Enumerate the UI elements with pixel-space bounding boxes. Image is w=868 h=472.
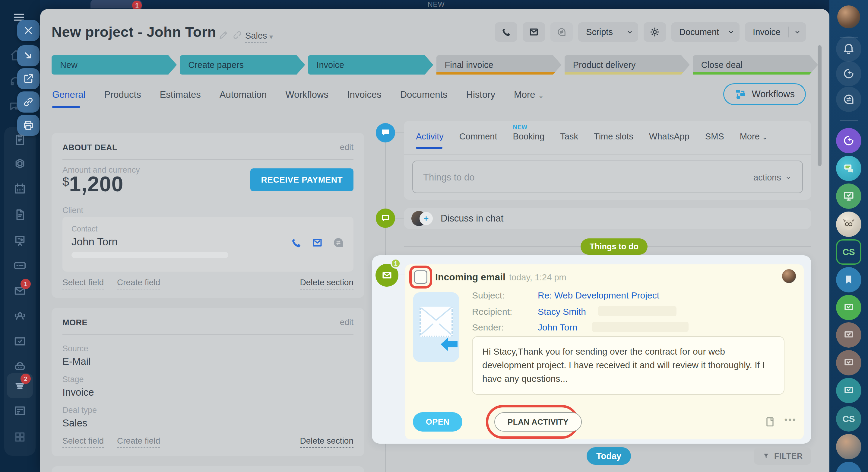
delete-section-link[interactable]: Delete section: [300, 436, 353, 448]
task-check-icon[interactable]: [13, 334, 27, 348]
tab-automation[interactable]: Automation: [220, 89, 267, 108]
more-options-icon[interactable]: •••: [784, 415, 797, 425]
cat-bot-avatar[interactable]: [836, 211, 861, 237]
cs-integration-badge[interactable]: CS: [836, 239, 861, 265]
ai-assistant-button[interactable]: [836, 61, 861, 86]
tab-products[interactable]: Products: [104, 89, 141, 108]
add-participant-icon[interactable]: [420, 212, 433, 225]
discuss-in-chat[interactable]: Discuss in chat: [404, 208, 811, 229]
chat-button[interactable]: [550, 22, 573, 42]
partial-avatar[interactable]: [836, 462, 861, 472]
clipboard-icon[interactable]: [13, 133, 27, 147]
chat-exchange-button[interactable]: [836, 87, 861, 112]
tab-documents[interactable]: Documents: [400, 89, 447, 108]
select-field-link[interactable]: Select field: [62, 436, 104, 448]
hexagon-icon[interactable]: [13, 157, 27, 171]
invoice-chevron-icon[interactable]: [789, 28, 806, 36]
bookmark-button[interactable]: [836, 267, 861, 292]
tab-booking[interactable]: NEWBooking: [513, 131, 545, 149]
tab-task[interactable]: Task: [560, 131, 578, 149]
receive-payment-button[interactable]: RECEIVE PAYMENT: [250, 168, 353, 191]
email-button[interactable]: [523, 22, 545, 42]
contact-call-icon[interactable]: [290, 237, 302, 249]
tab-general[interactable]: General: [52, 89, 85, 108]
tab-history[interactable]: History: [466, 89, 495, 108]
create-field-link[interactable]: Create field: [117, 278, 160, 289]
tab-workflows[interactable]: Workflows: [286, 89, 329, 108]
kanban-icon[interactable]: [13, 404, 27, 418]
messenger-integration-button[interactable]: [836, 156, 861, 181]
left-sidebar: 1 2: [0, 0, 40, 472]
today-badge[interactable]: Today: [587, 447, 631, 465]
stage-new[interactable]: New: [52, 55, 177, 75]
close-panel-button[interactable]: [17, 20, 39, 41]
scripts-button[interactable]: Scripts: [578, 22, 638, 42]
notifications-bell-button[interactable]: [836, 36, 861, 62]
scrollbar-thumb[interactable]: [818, 45, 822, 166]
presentation-icon[interactable]: [13, 234, 27, 247]
link-icon[interactable]: [232, 30, 243, 40]
calendar-icon[interactable]: [13, 182, 27, 196]
grid-icon[interactable]: [13, 430, 27, 444]
stage-create-papers[interactable]: Create papers: [180, 55, 305, 75]
tab-comment[interactable]: Comment: [459, 131, 497, 149]
monitor-check-button-4[interactable]: [836, 378, 861, 403]
select-field-link[interactable]: Select field: [62, 278, 104, 289]
robot-icon[interactable]: [13, 359, 27, 373]
copy-link-button[interactable]: [17, 91, 39, 113]
tab-more[interactable]: More⌄: [514, 89, 544, 108]
contact-email-icon[interactable]: [311, 237, 323, 249]
stage-close-deal[interactable]: Close deal: [693, 55, 818, 75]
tab-sms[interactable]: SMS: [705, 131, 724, 149]
contact-chat-icon[interactable]: [332, 237, 344, 249]
task-monitor-button[interactable]: [836, 183, 861, 209]
delete-section-link[interactable]: Delete section: [300, 278, 353, 289]
note-icon[interactable]: [764, 415, 776, 429]
subject-value[interactable]: Re: Web Development Project: [538, 290, 659, 301]
user-avatar[interactable]: [837, 5, 860, 28]
actions-dropdown[interactable]: actions: [753, 173, 792, 183]
stage-invoice[interactable]: Invoice: [308, 55, 433, 75]
workflows-button[interactable]: Workflows: [723, 83, 806, 105]
about-deal-edit-link[interactable]: edit: [340, 143, 353, 152]
edit-title-icon[interactable]: [218, 30, 229, 40]
call-button[interactable]: [495, 22, 517, 42]
scripts-chevron-icon[interactable]: [621, 28, 638, 36]
feed-count-badge: 2: [21, 374, 31, 384]
stage-product-delivery[interactable]: Product delivery: [565, 55, 690, 75]
recipient-value[interactable]: Stacy Smith: [538, 306, 586, 317]
plan-activity-button[interactable]: PLAN ACTIVITY: [494, 412, 582, 432]
more-edit-link[interactable]: edit: [340, 318, 353, 327]
workflows-button-label: Workflows: [752, 89, 795, 99]
sender-value[interactable]: John Torn: [538, 322, 577, 332]
email-checkbox[interactable]: [414, 270, 427, 284]
things-to-do-input[interactable]: Things to do actions: [412, 160, 803, 193]
contact-card[interactable]: Contact John Torn: [62, 217, 353, 272]
ai-premium-button[interactable]: [836, 128, 861, 153]
console-icon[interactable]: [13, 259, 27, 272]
tab-activity[interactable]: Activity: [416, 131, 444, 149]
filter-button[interactable]: FILTER: [754, 447, 811, 465]
settings-gear-button[interactable]: [644, 22, 666, 42]
tab-time-slots[interactable]: Time slots: [594, 131, 633, 149]
users-icon[interactable]: [13, 309, 27, 323]
team-member-avatar[interactable]: [836, 434, 861, 459]
create-field-link[interactable]: Create field: [117, 436, 160, 448]
tab-whatsapp[interactable]: WhatsApp: [649, 131, 689, 149]
cs-user-badge[interactable]: CS: [836, 406, 861, 432]
pipeline-select[interactable]: Sales: [245, 31, 267, 43]
stage-final-invoice[interactable]: Final invoice: [436, 55, 562, 75]
open-email-button[interactable]: OPEN: [413, 412, 462, 432]
monitor-check-button-2[interactable]: [836, 322, 861, 348]
monitor-check-button-3[interactable]: [836, 350, 861, 376]
tab-invoices[interactable]: Invoices: [347, 89, 381, 108]
open-external-button[interactable]: [17, 68, 39, 89]
invoice-dropdown-button[interactable]: Invoice: [745, 22, 806, 42]
document-icon[interactable]: [13, 208, 27, 222]
document-dropdown-button[interactable]: Document: [671, 22, 740, 42]
email-body-preview[interactable]: Hi Stacy,Thank you for sending over the …: [472, 336, 784, 395]
monitor-check-button-1[interactable]: [836, 295, 861, 320]
tab-activity-more[interactable]: More ⌄: [740, 131, 768, 149]
tab-estimates[interactable]: Estimates: [160, 89, 201, 108]
collapse-button[interactable]: [17, 45, 39, 66]
